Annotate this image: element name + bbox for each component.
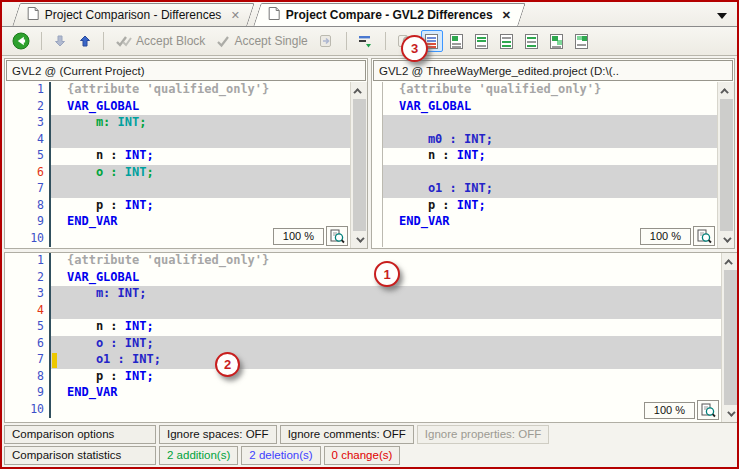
scrollbar-thumb[interactable]	[353, 99, 366, 231]
scroll-up-button[interactable]	[352, 84, 367, 97]
code-line: 10	[5, 402, 721, 419]
selection-margin	[51, 402, 63, 419]
code-text: END_VAR	[63, 385, 721, 402]
current-project-pane: GVL2 @ (Current Project) 1{attribute 'qu…	[4, 58, 368, 249]
zoom-level-indicator[interactable]: 100 %	[273, 228, 324, 245]
code-line: n : INT;	[372, 148, 717, 165]
tab-project-compare-gvl2-differences[interactable]: Project Compare - GVL2 Differences ✕	[253, 3, 525, 26]
comparison-options-title: Comparison options	[4, 425, 156, 444]
chevron-up-icon	[724, 259, 732, 267]
accept-single-button[interactable]: Accept Single	[212, 30, 311, 52]
compare-content: GVL2 @ (Current Project) 1{attribute 'qu…	[2, 56, 737, 465]
code-line[interactable]: 7	[5, 181, 350, 198]
line-number	[372, 82, 383, 99]
view-mode-5-button[interactable]	[521, 30, 543, 52]
code-line[interactable]: 6 o : INT;	[5, 336, 721, 353]
close-icon[interactable]: ✕	[226, 9, 239, 22]
merge-result-code-view: 1{attribute 'qualified_only'}2VAR_GLOBAL…	[5, 253, 721, 422]
back-button[interactable]	[8, 30, 34, 52]
view-mode-4-icon	[500, 34, 513, 49]
code-line[interactable]: o1 : INT;	[372, 181, 717, 198]
scroll-up-button[interactable]	[719, 84, 734, 97]
code-line[interactable]: m0 : INT;	[372, 132, 717, 149]
code-line[interactable]: 3 m: INT;	[5, 286, 721, 303]
view-mode-7-icon	[575, 34, 588, 49]
scroll-down-button[interactable]	[352, 233, 367, 246]
view-mode-4-button[interactable]	[496, 30, 518, 52]
code-text	[63, 402, 721, 419]
code-line[interactable]: 3 m: INT;	[5, 115, 350, 132]
view-mode-2-icon	[450, 34, 463, 49]
code-line: 5 n : INT;	[5, 148, 350, 165]
accept-and-next-button[interactable]	[315, 30, 339, 52]
zoom-level-indicator[interactable]: 100 %	[644, 402, 695, 419]
close-icon[interactable]: ✕	[497, 9, 510, 22]
zoom-level-indicator[interactable]: 100 %	[640, 228, 691, 245]
code-line[interactable]: 6 o : INT;	[5, 165, 350, 182]
magnifier-page-icon	[330, 229, 345, 244]
code-text: m: INT;	[63, 286, 721, 303]
selection-margin	[51, 319, 63, 336]
code-line[interactable]	[372, 165, 717, 182]
comparison-statistics-bar: Comparison statistics 2 addition(s)2 del…	[4, 446, 735, 465]
code-text: VAR_GLOBAL	[395, 99, 717, 116]
selection-margin	[51, 214, 63, 231]
chevron-up-icon	[353, 88, 361, 96]
view-mode-2-button[interactable]	[446, 30, 468, 52]
other-project-pane: GVL2 @ ThreeWayMerge_edited.project (D:\…	[371, 58, 735, 249]
code-line[interactable]: 7 o1 : INT;	[5, 352, 721, 369]
collapse-sections-icon	[358, 34, 374, 49]
zoom-button[interactable]	[693, 226, 715, 246]
line-number: 10	[5, 231, 51, 248]
scrollbar-thumb[interactable]	[720, 99, 733, 231]
code-text: n : INT;	[63, 319, 721, 336]
previous-difference-button[interactable]	[49, 30, 71, 52]
tab-list-dropdown-icon[interactable]	[717, 13, 727, 19]
selection-margin	[383, 181, 395, 198]
view-mode-7-button[interactable]	[571, 30, 593, 52]
vertical-scrollbar[interactable]	[717, 82, 734, 248]
code-line: 1{attribute 'qualified_only'}	[5, 253, 721, 270]
arrow-down-icon	[53, 34, 67, 48]
selection-margin	[383, 115, 395, 132]
back-icon	[12, 32, 30, 50]
comparison-option-cell: Ignore spaces: OFF	[159, 425, 277, 444]
scrollbar-thumb[interactable]	[724, 270, 737, 405]
collapse-equal-sections-button[interactable]	[354, 30, 378, 52]
view-mode-3-button[interactable]	[471, 30, 493, 52]
scroll-down-button[interactable]	[719, 233, 734, 246]
zoom-button[interactable]	[697, 400, 719, 420]
tab-project-comparison-differences[interactable]: Project Comparison - Differences ✕	[12, 3, 254, 26]
line-number	[372, 214, 383, 231]
zoom-button[interactable]	[326, 226, 348, 246]
vertical-scrollbar[interactable]	[721, 253, 738, 422]
code-text: o1 : INT;	[63, 352, 721, 369]
callout-1: 1	[374, 261, 400, 287]
chevron-down-icon	[723, 234, 731, 242]
next-difference-button[interactable]	[74, 30, 96, 52]
accept-block-label: Accept Block	[136, 34, 205, 48]
code-line[interactable]: 4	[5, 132, 350, 149]
code-text	[63, 303, 721, 320]
code-text: o : INT;	[63, 336, 721, 353]
comparison-options-bar: Comparison options Ignore spaces: OFFIgn…	[4, 425, 735, 444]
scroll-up-button[interactable]	[723, 255, 738, 268]
selection-margin	[51, 270, 63, 287]
line-number: 6	[5, 165, 51, 182]
code-line[interactable]	[372, 115, 717, 132]
code-text: o1 : INT;	[395, 181, 717, 198]
line-number	[372, 198, 383, 215]
code-line: VAR_GLOBAL	[372, 99, 717, 116]
selection-margin	[383, 214, 395, 231]
accept-block-button[interactable]: Accept Block	[111, 30, 209, 52]
callout-3: 3	[401, 35, 428, 62]
code-text	[63, 181, 350, 198]
scroll-down-button[interactable]	[723, 407, 738, 420]
vertical-scrollbar[interactable]	[350, 82, 367, 248]
view-mode-6-button[interactable]	[546, 30, 568, 52]
selection-margin	[51, 198, 63, 215]
selection-margin	[51, 352, 63, 369]
code-line[interactable]: 4	[5, 303, 721, 320]
toolbar-separator	[346, 32, 347, 50]
comparison-statistics-title: Comparison statistics	[4, 446, 156, 465]
